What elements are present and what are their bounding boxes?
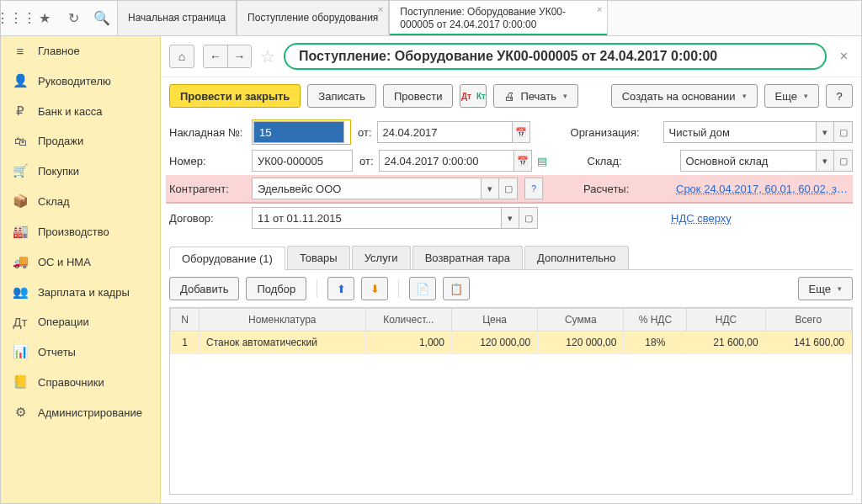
dogovor-select[interactable]: 11 от 01.11.2015 <box>252 207 501 229</box>
org-select[interactable]: Чистый дом <box>663 121 816 143</box>
more-button[interactable]: Еще▾ <box>764 84 819 108</box>
sidebar-item[interactable]: ⚙Администрирование <box>1 397 160 427</box>
dogovor-dropdown-icon[interactable]: ▾ <box>501 207 519 229</box>
sidebar-item[interactable]: 🛍Продажи <box>1 126 160 156</box>
sidebar-item-label: Производство <box>38 225 109 238</box>
sidebar-item-icon: 🚚 <box>13 254 28 269</box>
page-header: ⌂ ← → ☆ Поступление: Оборудование УК00-0… <box>161 36 861 77</box>
column-header[interactable]: % НДС <box>624 309 687 332</box>
copy-button[interactable]: 📄 <box>409 277 436 300</box>
dogovor-open-icon[interactable]: ▢ <box>519 207 538 229</box>
nakladnaya-label: Накладная №: <box>169 126 245 139</box>
nav-forward-button[interactable]: → <box>227 45 251 67</box>
sidebar-item[interactable]: ДтОперации <box>1 307 160 337</box>
window-tab[interactable]: Начальная страница <box>117 1 237 35</box>
ot-label-1: от: <box>358 126 372 139</box>
sidebar-item[interactable]: 📦Склад <box>1 186 160 216</box>
pick-button[interactable]: Подбор <box>246 277 306 300</box>
calc-label: Расчеты: <box>583 183 668 195</box>
sidebar-item[interactable]: 📒Справочники <box>1 367 160 397</box>
column-header[interactable]: Номенклатура <box>200 309 365 332</box>
post-button[interactable]: Провести <box>383 84 454 108</box>
kontragent-select[interactable]: Эдельвейс ООО <box>252 178 481 199</box>
form-area: Накладная №: 15 от: 24.04.2017 📅 Организ… <box>161 114 861 241</box>
main-toolbar: Провести и закрыть Записать Провести ДтК… <box>161 77 861 114</box>
sidebar-item-icon: ⚙ <box>13 405 28 420</box>
window-tab[interactable]: Поступление: Оборудование УК00-000005 от… <box>389 1 608 35</box>
top-bar: ⋮⋮⋮ ★ ↻ 🔍 Начальная страницаПоступление … <box>1 1 861 36</box>
nakladnaya-date-input[interactable]: 24.04.2017 <box>377 121 512 143</box>
detail-tabs: Оборудование (1)ТоварыУслугиВозвратная т… <box>169 246 853 270</box>
tab-label: Поступление оборудования <box>247 12 378 24</box>
table-more-button[interactable]: Еще▾ <box>798 277 853 300</box>
history-icon[interactable]: ↻ <box>65 10 82 27</box>
sklad-dropdown-icon[interactable]: ▾ <box>816 150 834 172</box>
nav-back-button[interactable]: ← <box>204 45 227 67</box>
detail-tab[interactable]: Товары <box>287 246 350 269</box>
sidebar-item-label: Главное <box>38 45 80 57</box>
move-up-button[interactable]: ⬆ <box>327 277 354 300</box>
star-icon[interactable]: ★ <box>36 10 53 27</box>
create-based-on-button[interactable]: Создать на основании▾ <box>611 84 758 108</box>
sidebar-item[interactable]: 📊Отчеты <box>1 337 160 367</box>
sidebar-item-icon: 📒 <box>13 374 28 390</box>
nomer-datetime-input[interactable]: 24.04.2017 0:00:00 <box>379 150 513 172</box>
kontragent-help-icon[interactable]: ? <box>524 178 543 199</box>
sidebar-item-label: Руководителю <box>38 75 111 88</box>
print-button[interactable]: 🖨 Печать▾ <box>493 84 578 108</box>
dtkt-button[interactable]: ДтКт <box>460 84 487 108</box>
nomer-input[interactable]: УК00-000005 <box>252 150 353 172</box>
sidebar-item[interactable]: 🚚ОС и НМА <box>1 247 160 277</box>
apps-icon[interactable]: ⋮⋮⋮ <box>8 10 24 27</box>
sidebar-item-label: Отчеты <box>38 346 76 358</box>
nakladnaya-input[interactable]: 15 <box>253 121 344 143</box>
ot-label-2: от: <box>359 155 374 167</box>
sidebar-item[interactable]: ₽Банк и касса <box>1 96 160 126</box>
detail-tab[interactable]: Дополнительно <box>524 246 629 269</box>
detail-tab[interactable]: Возвратная тара <box>412 246 523 269</box>
column-header[interactable]: Всего <box>765 309 851 332</box>
column-header[interactable]: Цена <box>451 309 537 332</box>
detail-tab[interactable]: Оборудование (1) <box>169 247 285 270</box>
sklad-select[interactable]: Основной склад <box>680 150 816 172</box>
help-button[interactable]: ? <box>826 84 853 108</box>
sidebar-item-icon: 🏭 <box>13 224 28 239</box>
close-icon[interactable]: × <box>835 49 853 64</box>
tab-close-icon[interactable]: × <box>378 4 383 14</box>
calc-link[interactable]: Срок 24.04.2017, 60.01, 60.02, зачет ... <box>676 183 853 195</box>
posted-flag-icon: ▤ <box>537 155 547 167</box>
detail-tab[interactable]: Услуги <box>352 246 411 269</box>
kontragent-dropdown-icon[interactable]: ▾ <box>481 178 499 199</box>
org-open-icon[interactable]: ▢ <box>834 121 853 143</box>
sidebar-nav: ≡Главное👤Руководителю₽Банк и касса🛍Прода… <box>1 36 161 503</box>
table-row[interactable]: 1Станок автоматический1,000120 000,00120… <box>171 332 852 354</box>
search-icon[interactable]: 🔍 <box>93 10 110 27</box>
tab-close-icon[interactable]: × <box>597 4 602 14</box>
column-header[interactable]: Количест... <box>365 309 451 332</box>
sidebar-item[interactable]: 👥Зарплата и кадры <box>1 277 160 307</box>
sidebar-item[interactable]: 🛒Покупки <box>1 156 160 186</box>
write-button[interactable]: Записать <box>307 84 376 108</box>
column-header[interactable]: НДС <box>687 309 765 332</box>
kontragent-open-icon[interactable]: ▢ <box>499 178 518 199</box>
favorite-toggle[interactable]: ☆ <box>260 46 275 66</box>
sidebar-item[interactable]: 👤Руководителю <box>1 66 160 96</box>
calendar-icon[interactable]: 📅 <box>512 121 530 143</box>
sidebar-item-icon: 📊 <box>13 344 28 359</box>
sidebar-item-label: ОС и НМА <box>38 256 91 268</box>
home-button[interactable]: ⌂ <box>169 45 194 68</box>
window-tab[interactable]: Поступление оборудования× <box>237 1 389 35</box>
column-header[interactable]: Сумма <box>538 309 624 332</box>
column-header[interactable]: N <box>171 309 200 332</box>
add-row-button[interactable]: Добавить <box>169 277 239 300</box>
nds-mode-link[interactable]: НДС сверху <box>671 212 732 225</box>
move-down-button[interactable]: ⬇ <box>361 277 388 300</box>
sidebar-item-label: Покупки <box>38 165 79 178</box>
org-dropdown-icon[interactable]: ▾ <box>816 121 834 143</box>
sidebar-item[interactable]: 🏭Производство <box>1 216 160 247</box>
calendar-icon-2[interactable]: 📅 <box>513 150 532 172</box>
post-and-close-button[interactable]: Провести и закрыть <box>169 84 301 108</box>
paste-button[interactable]: 📋 <box>443 277 470 300</box>
sklad-open-icon[interactable]: ▢ <box>834 150 853 172</box>
sidebar-item[interactable]: ≡Главное <box>1 36 160 66</box>
